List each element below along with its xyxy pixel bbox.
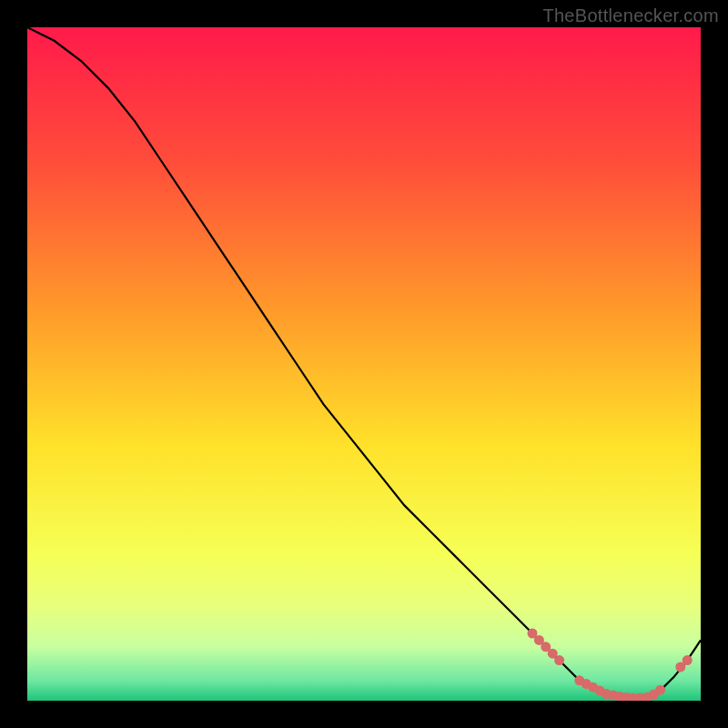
gradient-background	[27, 27, 701, 701]
highlight-dot	[655, 685, 665, 695]
plot-area	[27, 27, 701, 701]
highlight-dot	[682, 655, 693, 665]
chart-svg	[27, 27, 701, 701]
watermark-text: TheBottlenecker.com	[542, 5, 719, 26]
chart-frame: TheBottlenecker.com	[0, 0, 728, 728]
highlight-dot	[554, 655, 564, 665]
